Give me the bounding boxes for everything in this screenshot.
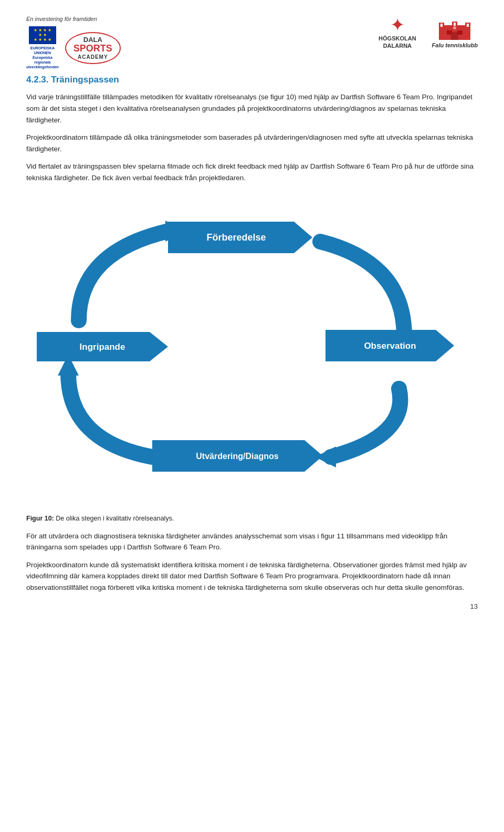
figur-caption: Figur 10: De olika stegen i kvalitativ r… xyxy=(26,515,478,522)
section-title: 4.2.3. Träningspassen xyxy=(26,75,478,85)
svg-text:Utvärdering/Diagnos: Utvärdering/Diagnos xyxy=(196,452,278,461)
page-number: 13 xyxy=(470,602,478,610)
eu-logo: ★ ★ ★ ★ ★ ★ ★ ★ ★ ★ xyxy=(26,26,59,69)
cycle-diagram: Förberedelse Ingripande Observation Utvä… xyxy=(26,194,478,499)
falu-castle-icon xyxy=(436,17,473,41)
paragraph-1: Vid varje träningstillfälle tillämpades … xyxy=(26,91,478,126)
svg-rect-7 xyxy=(451,32,458,40)
dala-sports-logo: DALA SPORTS ACADEMY xyxy=(65,32,121,64)
svg-rect-5 xyxy=(454,23,456,26)
svg-point-10 xyxy=(453,26,456,29)
paragraph-3: Vid flertalet av träningspassen blev spe… xyxy=(26,161,478,183)
right-logos: ✦ HÖGSKOLAN DALARNA xyxy=(379,16,478,50)
svg-rect-4 xyxy=(440,24,443,27)
diagram-container: Förberedelse Ingripande Observation Utvä… xyxy=(26,194,478,509)
page: En investering för framtiden ★ ★ ★ ★ ★ ★ xyxy=(0,0,504,621)
svg-rect-8 xyxy=(447,30,452,35)
hogskolan-logo: ✦ HÖGSKOLAN DALARNA xyxy=(379,16,416,50)
left-logos: En investering för framtiden ★ ★ ★ ★ ★ ★ xyxy=(26,16,121,69)
svg-rect-9 xyxy=(457,30,463,35)
paragraph-2: Projektkoordinatorn tillämpade då olika … xyxy=(26,132,478,154)
svg-rect-6 xyxy=(467,24,469,27)
paragraph-5: Projektkoordinatorn kunde då systematisk… xyxy=(26,559,478,594)
svg-text:Förberedelse: Förberedelse xyxy=(206,232,266,243)
paragraph-4: För att utvärdera och diagnostisera tekn… xyxy=(26,531,478,553)
falu-logo: Falu tennisklubb xyxy=(432,17,478,48)
header-area: En investering för framtiden ★ ★ ★ ★ ★ ★ xyxy=(26,11,478,69)
invest-text: En investering för framtiden xyxy=(26,16,97,22)
svg-text:Ingripande: Ingripande xyxy=(80,342,125,352)
svg-text:Observation: Observation xyxy=(364,341,416,351)
